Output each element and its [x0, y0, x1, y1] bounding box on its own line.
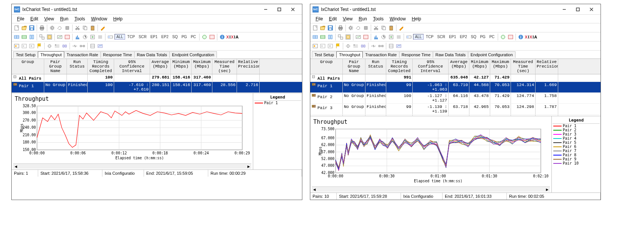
col-header[interactable]: Maximum(Mbps)	[490, 59, 511, 74]
legend-item[interactable]: Pair 2	[553, 128, 600, 132]
tab-response-time[interactable]: Response Time	[101, 51, 135, 58]
summary-row[interactable]: All Pairs 991 635.04842.127 71.429	[310, 74, 601, 82]
filter-tcp[interactable]: TCP	[126, 34, 136, 39]
toolbtn-r-g13[interactable]	[201, 34, 208, 40]
summary-row[interactable]: All Pairs 100 279.681158.416 317.460	[12, 74, 302, 82]
new-button[interactable]	[312, 25, 319, 31]
copy-button[interactable]	[380, 25, 387, 31]
chartbtn-p3[interactable]	[28, 43, 35, 49]
tree-collapse-icon[interactable]	[13, 75, 18, 80]
toolbtn-g3[interactable]	[28, 34, 35, 40]
menu-file[interactable]: File	[15, 15, 26, 22]
col-header[interactable]: Average(Mbps)	[449, 59, 469, 74]
menu-file[interactable]: File	[313, 15, 325, 22]
chartbtn-p4[interactable]	[46, 43, 53, 49]
filter-ep2[interactable]: EP2	[160, 34, 170, 39]
toolbtn-g6[interactable]	[355, 34, 362, 40]
chartbtn-p7[interactable]	[71, 43, 78, 49]
run-button[interactable]	[347, 25, 354, 31]
info-button[interactable]: i	[219, 34, 226, 40]
copy-button[interactable]	[82, 25, 88, 31]
filter-pc[interactable]: PC	[488, 34, 496, 39]
filter-scr[interactable]: SCR	[436, 34, 447, 39]
col-header[interactable]: Minimum(Mbps)	[469, 59, 490, 74]
toolbtn-g7[interactable]	[362, 34, 369, 40]
toolbtn-g4[interactable]	[39, 34, 45, 40]
toolbtn-g10[interactable]	[89, 34, 96, 40]
tab-test-setup[interactable]: Test Setup	[13, 51, 38, 58]
minimize-button[interactable]	[557, 5, 571, 14]
save-button[interactable]	[327, 25, 334, 31]
tab-transaction-rate[interactable]: Transaction Rate	[362, 51, 399, 58]
filter-pg[interactable]: PG	[478, 34, 487, 39]
col-header[interactable]: MeasuredTime (sec)	[511, 59, 536, 74]
toolbtn-g10[interactable]	[388, 34, 395, 40]
legend-item[interactable]: Pair 3	[553, 132, 600, 136]
col-header[interactable]: RelativePrecision	[536, 59, 558, 74]
col-header[interactable]: Timing RecordsCompleted	[88, 59, 114, 74]
legend-item[interactable]: Pair 1	[254, 101, 301, 105]
filter-pc[interactable]: PC	[189, 34, 198, 39]
legend-item[interactable]: Pair 7	[553, 149, 600, 153]
paste-button[interactable]	[89, 25, 96, 31]
col-header[interactable]: Group	[12, 59, 44, 74]
legend-item[interactable]: Pair 9	[553, 157, 600, 161]
filter-ep2[interactable]: EP2	[458, 34, 469, 39]
col-header[interactable]: Run Status	[67, 59, 88, 74]
legend-item[interactable]: Pair 10	[553, 161, 600, 165]
toolbtn-g5[interactable]	[46, 34, 53, 40]
info-button[interactable]: i	[517, 34, 524, 40]
col-header[interactable]: Average(Mbps)	[150, 59, 171, 74]
chart-scrollbar[interactable]: ◄►	[312, 186, 550, 192]
menu-help[interactable]: Help	[410, 15, 424, 22]
col-header[interactable]: Run Status	[365, 59, 386, 74]
chartbtn-p6[interactable]	[360, 43, 367, 49]
stop-button[interactable]	[64, 25, 71, 31]
maximize-button[interactable]	[571, 5, 585, 14]
legend-item[interactable]: Pair 5	[553, 140, 600, 145]
tab-endpoint-configuration[interactable]: Endpoint Configuration	[468, 51, 516, 58]
tab-response-time[interactable]: Response Time	[399, 51, 433, 58]
chartbtn-flag[interactable]	[334, 43, 341, 49]
toolbtn-r-g7[interactable]	[209, 34, 215, 40]
chart-scrollbar[interactable]: ◄►	[13, 163, 251, 169]
wiz-button[interactable]	[99, 25, 106, 31]
toolbtn-r-g13[interactable]	[500, 34, 506, 40]
menu-tools[interactable]: Tools	[72, 15, 87, 22]
col-header[interactable]: Maximum(Mbps)	[192, 59, 212, 74]
chartbtn-p2[interactable]	[319, 43, 326, 49]
legend-item[interactable]: Pair 1	[553, 124, 600, 128]
wiz-button[interactable]	[398, 25, 405, 31]
toolbtn-g9[interactable]	[82, 34, 88, 40]
chartbtn-p4[interactable]	[345, 43, 351, 49]
col-header[interactable]: MeasuredTime (sec)	[212, 59, 237, 74]
toolbtn-r-g7[interactable]	[507, 34, 514, 40]
menu-run[interactable]: Run	[356, 15, 369, 22]
filter-ep1[interactable]: EP1	[447, 34, 458, 39]
cut-button[interactable]	[74, 25, 81, 31]
toolbtn-g12[interactable]	[406, 34, 412, 40]
menu-help[interactable]: Help	[111, 15, 125, 22]
menu-tools[interactable]: Tools	[371, 15, 386, 22]
toolbtn-g5[interactable]	[345, 34, 351, 40]
open-button[interactable]	[319, 25, 326, 31]
new-button[interactable]	[13, 25, 20, 31]
save-button[interactable]	[28, 25, 35, 31]
legend-item[interactable]: Pair 4	[553, 136, 600, 140]
filter-scr[interactable]: SCR	[137, 34, 148, 39]
open-button[interactable]	[21, 25, 28, 31]
col-header[interactable]: Group	[310, 59, 343, 74]
chartbtn-p8[interactable]	[378, 43, 384, 49]
stop-button[interactable]	[362, 25, 369, 31]
chartbtn-p1[interactable]	[13, 43, 20, 49]
filter-all[interactable]: ALL	[115, 34, 125, 40]
maximize-button[interactable]	[272, 5, 286, 14]
col-header[interactable]: RelativePrecision	[237, 59, 260, 74]
tree-collapse-icon[interactable]	[311, 75, 317, 80]
tab-raw-data-totals[interactable]: Raw Data Totals	[433, 51, 468, 58]
chartbtn-flag[interactable]	[36, 43, 43, 49]
toolbtn-g12[interactable]	[107, 34, 114, 40]
tab-transaction-rate[interactable]: Transaction Rate	[64, 51, 101, 58]
toolbtn-g4[interactable]	[337, 34, 344, 40]
col-header[interactable]: 95% ConfidenceInterval	[114, 59, 150, 74]
